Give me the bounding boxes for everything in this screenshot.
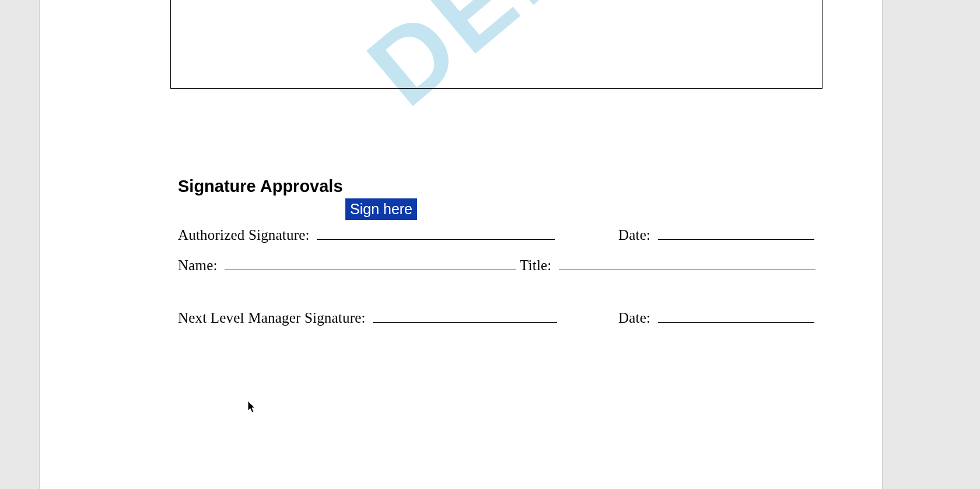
comment-box[interactable] [170, 0, 822, 89]
name-label: Name: [178, 257, 218, 273]
next-manager-signature-field: Next Level Manager Signature: [178, 308, 557, 326]
title-label: Title: [520, 257, 551, 273]
signature-approvals-heading: Signature Approvals [178, 177, 343, 196]
next-manager-signature-label: Next Level Manager Signature: [178, 310, 366, 326]
name-field: Name: [178, 256, 516, 274]
authorized-date-field: Date: [618, 225, 814, 243]
title-field: Title: [520, 256, 816, 274]
authorized-signature-label: Authorized Signature: [178, 227, 310, 243]
sign-here-button[interactable]: Sign here [345, 198, 417, 220]
next-manager-signature-line[interactable] [373, 308, 557, 323]
next-manager-date-label: Date: [618, 310, 650, 326]
authorized-date-line[interactable] [658, 225, 814, 240]
authorized-signature-field: Authorized Signature: [178, 225, 555, 243]
authorized-signature-line[interactable] [317, 225, 555, 240]
title-line[interactable] [559, 256, 816, 270]
next-manager-date-field: Date: [618, 308, 814, 326]
next-manager-date-line[interactable] [658, 308, 814, 323]
authorized-date-label: Date: [618, 227, 650, 243]
document-page: DEM Signature Approvals Sign here Author… [39, 0, 883, 489]
name-line[interactable] [225, 256, 516, 270]
